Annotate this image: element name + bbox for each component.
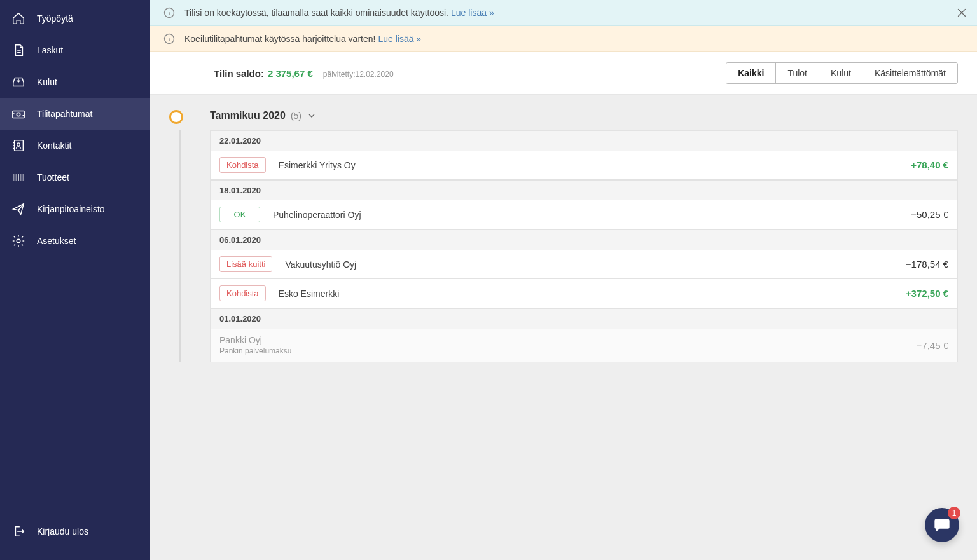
transaction-desc-block: Vakuutusyhtiö Oyj	[285, 259, 878, 270]
transaction-desc-block: Pankki OyjPankin palvelumaksu	[219, 335, 878, 355]
month-title: Tammikuu 2020	[210, 110, 286, 121]
info-icon	[163, 32, 176, 45]
svg-rect-0	[13, 111, 24, 118]
content: Tammikuu 2020 (5) 22.01.2020KohdistaEsim…	[150, 95, 977, 560]
svg-point-3	[17, 143, 20, 146]
transaction-row[interactable]: KohdistaEsimerkki Yritys Oy+78,40 €	[210, 151, 958, 180]
sidebar-item-settings[interactable]: Asetukset	[0, 225, 150, 257]
banner-text: Koeilutilitapahtumat käytössä harjoittel…	[184, 34, 375, 44]
transaction-amount: −7,45 €	[878, 340, 948, 351]
transaction-amount: +78,40 €	[878, 160, 948, 170]
transaction-desc: Vakuutusyhtiö Oyj	[285, 259, 878, 270]
banner-trial: Tilisi on koekäytössä, tilaamalla saat k…	[150, 0, 977, 26]
transaction-sub: Pankin palvelumaksu	[219, 346, 878, 355]
banner-text: Tilisi on koekäytössä, tilaamalla saat k…	[184, 8, 448, 18]
sidebar-nav: Työpöytä Laskut Kulut Tilitapahtumat Kon	[0, 0, 150, 516]
transaction-desc-block: Esko Esimerkki	[279, 289, 878, 299]
date-header: 18.01.2020	[210, 180, 958, 200]
close-icon[interactable]	[955, 6, 968, 19]
transaction-row[interactable]: Lisää kuittiVakuutusyhtiö Oyj−178,54 €	[210, 250, 958, 279]
transaction-amount: −50,25 €	[878, 209, 948, 220]
filter-tab-income[interactable]: Tulot	[775, 63, 819, 83]
filter-tab-all[interactable]: Kaikki	[726, 63, 775, 83]
barcode-icon	[11, 170, 25, 184]
banner-link[interactable]: Lue lisää »	[451, 8, 494, 18]
transaction-action-button[interactable]: Kohdista	[219, 157, 266, 173]
svg-point-1	[17, 113, 20, 116]
transaction-desc: Esko Esimerkki	[279, 289, 878, 299]
filter-tabs: Kaikki Tulot Kulut Käsittelemättömät	[726, 62, 958, 84]
month-header[interactable]: Tammikuu 2020 (5)	[210, 110, 958, 121]
sidebar-item-label: Laskut	[37, 45, 63, 55]
month-count: (5)	[291, 111, 301, 121]
svg-point-4	[17, 239, 20, 243]
transaction-desc-block: Esimerkki Yritys Oy	[279, 160, 878, 170]
home-icon	[11, 11, 25, 25]
transaction-desc-block: Puhelinoperaattori Oyj	[273, 210, 878, 220]
logout-icon	[11, 524, 25, 538]
transaction-action-button[interactable]: Lisää kuitti	[219, 256, 272, 272]
chat-badge: 1	[948, 507, 960, 519]
sidebar-item-label: Kirjanpitoaineisto	[37, 204, 105, 214]
balance-label: Tilin saldo:	[214, 68, 264, 79]
transaction-row[interactable]: OKPuhelinoperaattori Oyj−50,25 €	[210, 200, 958, 229]
transaction-desc: Puhelinoperaattori Oyj	[273, 210, 878, 220]
date-header: 22.01.2020	[210, 130, 958, 151]
sidebar-item-accounting[interactable]: Kirjanpitoaineisto	[0, 193, 150, 225]
balance-block: Tilin saldo: 2 375,67 € päivitetty:12.02…	[214, 68, 394, 79]
sidebar-logout[interactable]: Kirjaudu ulos	[0, 516, 150, 547]
sidebar-item-label: Tilitapahtumat	[37, 109, 92, 119]
date-header: 01.01.2020	[210, 308, 958, 329]
month-body: 22.01.2020KohdistaEsimerkki Yritys Oy+78…	[179, 130, 958, 362]
transaction-row[interactable]: KohdistaEsko Esimerkki+372,50 €	[210, 279, 958, 308]
sidebar-item-label: Tuotteet	[37, 172, 69, 182]
sidebar-item-label: Työpöytä	[37, 13, 73, 24]
contact-icon	[11, 139, 25, 153]
sidebar: Työpöytä Laskut Kulut Tilitapahtumat Kon	[0, 0, 150, 560]
transaction-action-button[interactable]: Kohdista	[219, 285, 266, 301]
sidebar-item-label: Kulut	[37, 77, 57, 87]
send-icon	[11, 202, 25, 216]
gear-icon	[11, 234, 25, 248]
sidebar-item-contacts[interactable]: Kontaktit	[0, 130, 150, 161]
sidebar-item-label: Kirjaudu ulos	[37, 526, 88, 536]
transaction-amount: −178,54 €	[878, 259, 948, 270]
sidebar-item-dashboard[interactable]: Työpöytä	[0, 3, 150, 34]
sidebar-item-products[interactable]: Tuotteet	[0, 161, 150, 193]
date-header: 06.01.2020	[210, 229, 958, 250]
sidebar-item-transactions[interactable]: Tilitapahtumat	[0, 98, 150, 130]
month-group: Tammikuu 2020 (5) 22.01.2020KohdistaEsim…	[210, 110, 958, 362]
filter-tab-expense[interactable]: Kulut	[819, 63, 863, 83]
filter-tab-unprocessed[interactable]: Käsittelemättömät	[863, 63, 957, 83]
chat-bubble[interactable]: 1	[925, 508, 959, 542]
document-icon	[11, 43, 25, 57]
sidebar-item-expenses[interactable]: Kulut	[0, 66, 150, 98]
inbox-icon	[11, 75, 25, 89]
timeline-dot-icon	[169, 110, 183, 124]
sidebar-item-label: Kontaktit	[37, 140, 71, 151]
transaction-amount: +372,50 €	[878, 288, 948, 299]
transaction-desc: Esimerkki Yritys Oy	[279, 160, 878, 170]
transaction-desc: Pankki Oyj	[219, 335, 878, 345]
header-bar: Tilin saldo: 2 375,67 € päivitetty:12.02…	[150, 52, 977, 95]
chevron-down-icon	[307, 111, 317, 121]
sidebar-item-label: Asetukset	[37, 236, 76, 246]
banner-link[interactable]: Lue lisää »	[378, 34, 421, 44]
balance-updated: päivitetty:12.02.2020	[323, 70, 394, 79]
banner-demo: Koeilutilitapahtumat käytössä harjoittel…	[150, 26, 977, 52]
transaction-row[interactable]: Pankki OyjPankin palvelumaksu−7,45 €	[210, 329, 958, 362]
info-icon	[163, 6, 176, 19]
sidebar-footer: Kirjaudu ulos	[0, 516, 150, 560]
money-icon	[11, 107, 25, 121]
main: Tilisi on koekäytössä, tilaamalla saat k…	[150, 0, 977, 560]
balance-value: 2 375,67 €	[268, 68, 313, 79]
transaction-action-button[interactable]: OK	[219, 207, 260, 222]
sidebar-item-invoices[interactable]: Laskut	[0, 34, 150, 66]
